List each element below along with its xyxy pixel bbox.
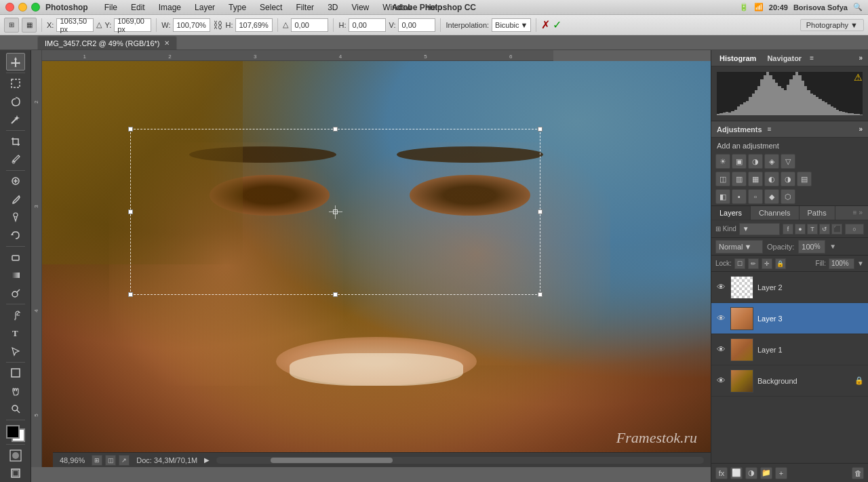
filter-btn-5[interactable]: ⬛ [831, 224, 842, 235]
layer-item-layer1[interactable]: 👁 Layer 1 [711, 334, 868, 365]
tool-options-icon[interactable]: ⊞ [4, 18, 19, 33]
adj-vibrance[interactable]: ▽ [781, 154, 795, 169]
menu-type[interactable]: Type [226, 1, 249, 14]
blend-mode-select[interactable]: Normal ▼ [715, 240, 763, 254]
zoom-tool[interactable] [6, 400, 25, 418]
x-value[interactable]: 1063,50 px [56, 18, 94, 32]
menu-layer[interactable]: Layer [192, 1, 218, 14]
delete-layer-button[interactable]: 🗑 [852, 467, 864, 479]
hskew-value[interactable]: 0,00 [349, 18, 386, 32]
y-value[interactable]: 1069,00 px [114, 18, 151, 32]
status-icon-3[interactable]: ↗ [119, 455, 130, 466]
filter-btn-4[interactable]: ↺ [819, 224, 830, 235]
marquee-tool[interactable] [6, 75, 25, 92]
document-tab[interactable]: IMG_3457.CR2 @ 49% (RGB/16*) ✕ [37, 36, 177, 49]
interpolation-select[interactable]: Bicubic ▼ [492, 18, 531, 32]
layer-visibility-layer2[interactable]: 👁 [715, 282, 726, 293]
chain-icon[interactable]: ⛓ [213, 20, 222, 31]
photography-button[interactable]: Photography ▼ [800, 19, 864, 31]
menu-edit[interactable]: Edit [128, 1, 148, 14]
pen-tool[interactable] [6, 306, 25, 324]
layer-visibility-layer3[interactable]: 👁 [715, 313, 726, 324]
lock-transparent[interactable]: ☐ [734, 258, 745, 269]
filter-btn-3[interactable]: T [807, 224, 818, 235]
tab-close-button[interactable]: ✕ [164, 39, 170, 47]
layers-panel-menu[interactable]: ≡ » [848, 206, 868, 220]
layer-item-layer3[interactable]: 👁 Layer 3 [711, 303, 868, 334]
cancel-transform-button[interactable]: ✗ [541, 18, 550, 31]
w-value[interactable]: 100,70% [173, 18, 210, 32]
vskew-value[interactable]: 0,00 [398, 18, 435, 32]
lock-position[interactable]: ✛ [762, 258, 772, 269]
color-swatch[interactable] [6, 425, 25, 442]
commit-transform-button[interactable]: ✓ [553, 18, 561, 31]
adj-posterize[interactable]: ▪ [732, 189, 747, 204]
hand-tool[interactable] [6, 382, 25, 400]
new-layer-button[interactable]: + [775, 467, 787, 479]
eyedropper-tool[interactable] [6, 150, 25, 168]
scrollbar-thumb[interactable] [271, 458, 393, 463]
h-value[interactable]: 107,69% [235, 18, 273, 32]
menu-filter[interactable]: Filter [293, 1, 317, 14]
histogram-warning-icon[interactable]: ⚠ [854, 72, 863, 83]
magic-wand-tool[interactable] [6, 111, 25, 128]
adj-exposure[interactable]: ◈ [764, 154, 779, 169]
layers-kind-select[interactable]: ▼ [739, 223, 780, 235]
transform-handle-tm[interactable] [333, 127, 338, 132]
history-brush-tool[interactable] [6, 226, 25, 244]
status-arrow[interactable]: ▶ [204, 456, 210, 464]
rotate-value[interactable]: 0,00 [291, 18, 328, 32]
menu-image[interactable]: Image [156, 1, 184, 14]
quick-mask-button[interactable] [6, 447, 25, 464]
brush-tool[interactable] [6, 190, 25, 208]
eraser-tool[interactable] [6, 249, 25, 266]
layer-visibility-layer1[interactable]: 👁 [715, 344, 726, 355]
menu-select[interactable]: Select [257, 1, 285, 14]
type-tool[interactable]: T [6, 325, 25, 342]
adj-photofilter[interactable]: ◐ [764, 172, 779, 186]
filter-btn-1[interactable]: f [783, 224, 793, 235]
add-mask-button[interactable]: ⬜ [730, 467, 743, 479]
fill-value[interactable]: 100% [829, 258, 854, 269]
fill-arrow[interactable]: ▼ [857, 260, 864, 267]
heal-tool[interactable] [6, 173, 25, 190]
shape-tool[interactable] [6, 364, 25, 382]
grid-icon[interactable]: ▦ [22, 18, 37, 33]
adj-colorbalance[interactable]: ▥ [732, 172, 747, 186]
channels-tab[interactable]: Channels [751, 206, 799, 220]
adj-colorlookup[interactable]: ▤ [797, 172, 812, 186]
maximize-button[interactable] [31, 3, 40, 12]
adj-gradient-map[interactable]: ◆ [764, 189, 779, 204]
screen-mode-button[interactable] [6, 465, 25, 482]
panel-menu-arrow[interactable]: » [859, 54, 863, 62]
adj-selectivecolor[interactable]: ⬡ [781, 189, 795, 204]
adj-brightness[interactable]: ☀ [715, 154, 730, 169]
minimize-button[interactable] [18, 3, 27, 12]
menu-view[interactable]: View [349, 1, 372, 14]
status-icon-1[interactable]: ⊞ [92, 455, 102, 466]
panel-collapse-arrow[interactable]: ≡ [810, 54, 814, 62]
adj-threshold[interactable]: ▫ [748, 189, 763, 204]
layers-filter-toggle[interactable]: ○ [845, 224, 864, 235]
paths-tab[interactable]: Paths [800, 206, 835, 220]
adjustments-collapse[interactable]: ≡ [768, 125, 772, 133]
gradient-tool[interactable] [6, 266, 25, 284]
opacity-value[interactable]: 100% [798, 240, 825, 254]
adj-levels[interactable]: ▣ [732, 154, 747, 169]
lock-pixels[interactable]: ✏ [748, 258, 759, 269]
close-button[interactable] [5, 3, 14, 12]
search-icon[interactable]: 🔍 [853, 3, 863, 12]
adjustments-menu[interactable]: » [859, 125, 863, 133]
scrollbar-horizontal[interactable] [216, 457, 704, 464]
clone-tool[interactable] [6, 209, 25, 226]
transform-handle-tr[interactable] [538, 127, 542, 132]
status-icon-2[interactable]: ◫ [105, 455, 116, 466]
lock-all[interactable]: 🔒 [775, 258, 786, 269]
layers-tab[interactable]: Layers [711, 206, 751, 220]
move-tool[interactable] [6, 53, 25, 71]
foreground-color-swatch[interactable] [6, 425, 20, 439]
adj-hsl[interactable]: ◫ [715, 172, 730, 186]
menu-file[interactable]: File [102, 1, 120, 14]
dodge-tool[interactable] [6, 285, 25, 302]
new-group-button[interactable]: 📁 [760, 467, 772, 479]
